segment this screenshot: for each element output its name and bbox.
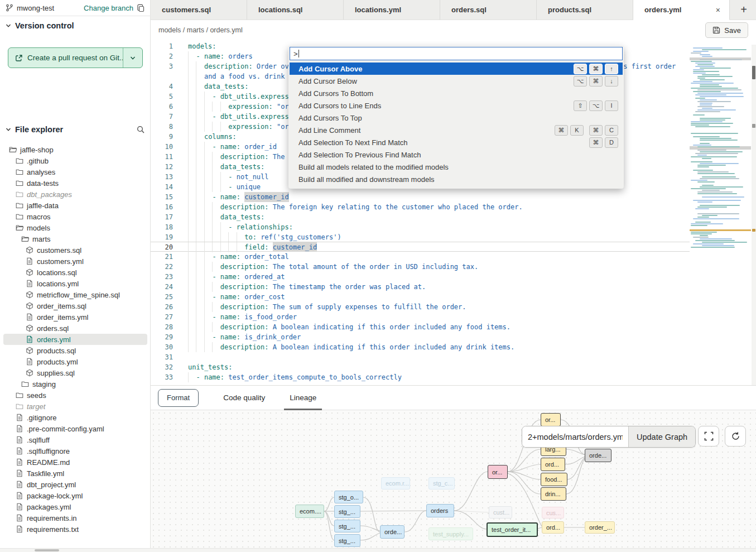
editor-line[interactable]: 25- name: order_cost bbox=[151, 292, 690, 302]
lineage-node-orde-[interactable]: orde... bbox=[585, 449, 611, 462]
editor-line[interactable]: 30description: A boolean indicating if t… bbox=[151, 342, 690, 352]
save-button[interactable]: Save bbox=[705, 22, 748, 38]
tree-item--sqlfluff[interactable]: .sqlfluff bbox=[3, 434, 147, 445]
lineage-canvas[interactable]: ecom....stg_o...stg_...stg_...stg_...ord… bbox=[151, 410, 756, 548]
tree-item-staging[interactable]: staging bbox=[3, 378, 147, 390]
tree-item-models[interactable]: models bbox=[3, 222, 147, 233]
tree-item-target[interactable]: target bbox=[3, 401, 147, 412]
lineage-node-orde-[interactable]: orde... bbox=[380, 525, 405, 539]
create-pr-button[interactable]: Create a pull request on Git... bbox=[8, 47, 143, 68]
tree-item--sqlfluffignore[interactable]: .sqlfluffignore bbox=[3, 445, 147, 457]
lineage-node-ord-[interactable]: ord... bbox=[542, 521, 564, 534]
tree-item-packages-yml[interactable]: packages.yml bbox=[3, 501, 147, 512]
editor-scrollbar[interactable] bbox=[752, 45, 756, 385]
lineage-node-order-[interactable]: order_... bbox=[585, 521, 615, 534]
palette-item-add-cursor-above[interactable]: Add Cursor Above⌥⌘↑ bbox=[290, 63, 623, 75]
editor-line[interactable]: 19to: ref('stg_customers') bbox=[151, 232, 690, 242]
lineage-node-test-supply-[interactable]: test_supply... bbox=[428, 527, 473, 540]
pr-dropdown-toggle[interactable] bbox=[123, 48, 142, 68]
editor-line[interactable]: 33- name: test_order_items_compute_to_bo… bbox=[151, 372, 690, 382]
horizontal-scrollbar-thumb[interactable] bbox=[35, 549, 59, 551]
editor-line[interactable]: 31 bbox=[151, 352, 690, 362]
tree-item-package-lock-yml[interactable]: package-lock.yml bbox=[3, 490, 147, 501]
copy-branch-icon[interactable] bbox=[137, 4, 145, 12]
editor-line[interactable]: 18- relationships: bbox=[151, 222, 690, 232]
search-files-icon[interactable] bbox=[136, 125, 145, 134]
tree-item-dbt-packages[interactable]: dbt_packages bbox=[3, 189, 147, 200]
lineage-node-stg-o-[interactable]: stg_o... bbox=[334, 491, 363, 503]
update-graph-button[interactable]: Update Graph bbox=[628, 426, 695, 447]
tree-item-requirements-in[interactable]: requirements.in bbox=[3, 512, 147, 524]
tree-item-customers-sql[interactable]: customers.sql bbox=[3, 244, 147, 256]
horizontal-scrollbar-track[interactable] bbox=[0, 548, 756, 552]
tree-item-products-yml[interactable]: products.yml bbox=[3, 356, 147, 367]
tab-locations-sql[interactable]: locations.sql bbox=[247, 0, 344, 20]
tab-orders-yml[interactable]: orders.yml× bbox=[633, 0, 730, 20]
lineage-node-or-[interactable]: or... bbox=[488, 465, 508, 479]
tree-item-data-tests[interactable]: data-tests bbox=[3, 177, 147, 189]
tree-item-analyses[interactable]: analyses bbox=[3, 166, 147, 177]
palette-item-add-cursors-to-bottom[interactable]: Add Cursors To Bottom bbox=[290, 87, 623, 99]
editor-line-current[interactable]: 20field: customer_id bbox=[151, 242, 690, 252]
tree-item-requirements-txt[interactable]: requirements.txt bbox=[3, 524, 147, 535]
format-button[interactable]: Format bbox=[158, 389, 199, 407]
editor-minimap[interactable] bbox=[690, 47, 751, 249]
tree-item--github[interactable]: .github bbox=[3, 155, 147, 166]
close-tab-icon[interactable]: × bbox=[715, 6, 721, 15]
lineage-node-ord-[interactable]: ord... bbox=[541, 458, 565, 471]
editor-line[interactable]: 28description: A boolean indicating if t… bbox=[151, 322, 690, 332]
editor-line[interactable]: 17data_tests: bbox=[151, 212, 690, 222]
editor-line[interactable]: 29- name: is_drink_order bbox=[151, 332, 690, 342]
lineage-node-or-[interactable]: or... bbox=[541, 413, 561, 426]
tree-item--gitignore[interactable]: .gitignore bbox=[3, 412, 147, 423]
tree-item-products-sql[interactable]: products.sql bbox=[3, 345, 147, 356]
tree-item-order-items-yml[interactable]: order_items.yml bbox=[3, 311, 147, 323]
editor-line[interactable]: 22description: The total amount of the o… bbox=[151, 262, 690, 272]
tree-item-locations-sql[interactable]: locations.sql bbox=[3, 267, 147, 278]
tree-item-readme-md[interactable]: README.md bbox=[3, 457, 147, 468]
lineage-node-ecom-[interactable]: ecom.... bbox=[295, 505, 324, 518]
lineage-node-stg-c-[interactable]: stg_c... bbox=[428, 477, 455, 489]
tree-item-metricflow-time-spine-sql[interactable]: metricflow_time_spine.sql bbox=[3, 289, 147, 300]
lineage-node-orders[interactable]: orders bbox=[426, 504, 454, 517]
change-branch-link[interactable]: Change branch bbox=[84, 4, 133, 12]
lineage-node-cust-[interactable]: cust... bbox=[489, 506, 512, 519]
palette-item-add-cursor-below[interactable]: Add Cursor Below⌥⌘↓ bbox=[290, 75, 623, 87]
palette-item-build-all-models-related-to-the-modified-models[interactable]: Build all models related to the modified… bbox=[290, 161, 623, 173]
bottom-tab-lineage[interactable]: Lineage bbox=[290, 386, 316, 410]
lineage-node-ecom-r-[interactable]: ecom.r... bbox=[381, 477, 410, 489]
tree-item-orders-yml[interactable]: orders.yml bbox=[3, 334, 147, 345]
editor-line[interactable]: 15- name: customer_id bbox=[151, 192, 690, 202]
tree-item-marts[interactable]: marts bbox=[3, 233, 147, 244]
tree-item-jaffle-data[interactable]: jaffle-data bbox=[3, 200, 147, 211]
editor-line[interactable]: 16description: The foreign key relating … bbox=[151, 202, 690, 212]
tree-item-taskfile-yml[interactable]: Taskfile.yml bbox=[3, 468, 147, 479]
new-tab-button[interactable]: + bbox=[731, 0, 756, 20]
editor-line[interactable]: 27- name: is_food_order bbox=[151, 312, 690, 322]
palette-item-add-line-comment[interactable]: Add Line Comment⌘K⌘C bbox=[290, 124, 623, 136]
editor-line[interactable]: 21- name: order_total bbox=[151, 252, 690, 262]
tree-item-customers-yml[interactable]: customers.yml bbox=[3, 256, 147, 267]
lineage-node-drin-[interactable]: drin... bbox=[541, 487, 566, 501]
editor-line[interactable]: 24description: The timestamp the order w… bbox=[151, 282, 690, 292]
tree-item-supplies-sql[interactable]: supplies.sql bbox=[3, 367, 147, 378]
lineage-node-test-order-it-[interactable]: test_order_it... bbox=[487, 522, 538, 537]
editor-line[interactable]: 26description: The sum of supply expense… bbox=[151, 302, 690, 312]
editor-line[interactable]: 32unit_tests: bbox=[151, 362, 690, 372]
fullscreen-button[interactable] bbox=[698, 426, 719, 447]
tree-item--pre-commit-config-yaml[interactable]: .pre-commit-config.yaml bbox=[3, 423, 147, 434]
tab-locations-yml[interactable]: locations.yml bbox=[344, 0, 440, 20]
lineage-node-stg-[interactable]: stg_... bbox=[334, 505, 360, 518]
tree-item-jaffle-shop[interactable]: jaffle-shop bbox=[3, 144, 147, 155]
tree-item-seeds[interactable]: seeds bbox=[3, 390, 147, 401]
refresh-graph-button[interactable] bbox=[725, 426, 746, 447]
tree-item-orders-sql[interactable]: orders.sql bbox=[3, 323, 147, 334]
bottom-tab-code-quality[interactable]: Code quality bbox=[223, 386, 265, 410]
lineage-node-cus-[interactable]: cus... bbox=[542, 507, 564, 519]
command-palette-input[interactable]: > bbox=[290, 47, 623, 60]
tree-item-macros[interactable]: macros bbox=[3, 211, 147, 222]
lineage-node-food-[interactable]: food... bbox=[541, 473, 567, 486]
lineage-node-stg-[interactable]: stg_... bbox=[334, 520, 360, 532]
editor-line[interactable]: 23- name: ordered_at bbox=[151, 272, 690, 282]
version-control-header[interactable]: Version control bbox=[6, 21, 74, 30]
